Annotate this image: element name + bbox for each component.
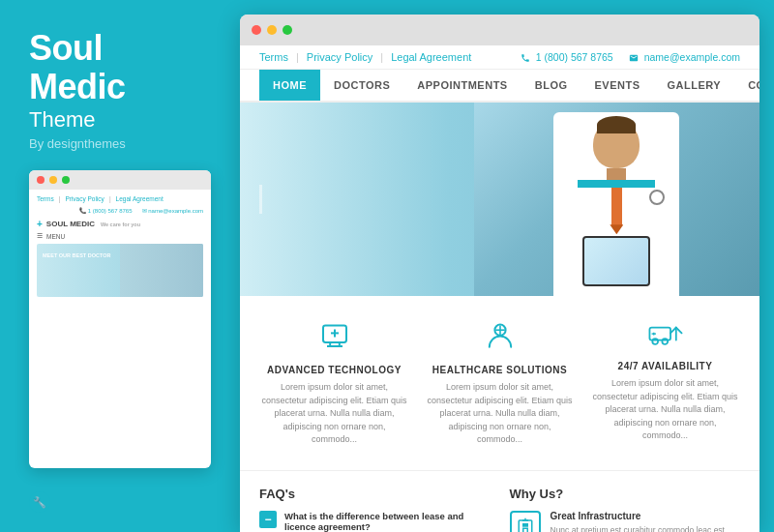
mini-logo: + SOUL MEDIC We care for you <box>37 219 203 229</box>
mini-phone: 📞 1 (800) 567 8765 <box>79 207 132 214</box>
feature-availability-text: Lorem ipsum dolor sit amet, consectetur … <box>590 377 740 443</box>
features-section: ADVANCED TECHNOLOGY Lorem ipsum dolor si… <box>240 296 759 471</box>
tablet-screen <box>584 238 648 284</box>
svg-rect-18 <box>522 528 527 532</box>
nav-contact[interactable]: CONTACT <box>734 70 759 101</box>
hero-divider <box>259 185 262 214</box>
tool-section: 🔧 <box>29 491 211 513</box>
mini-hero-text: MEET OUR BEST DOCTOR <box>43 251 111 259</box>
feature-healthcare-title: HEALTHCARE SOLUTIONS <box>425 365 575 375</box>
faq-section: FAQ's − What is the difference between l… <box>259 487 491 532</box>
feature-healthcare: HEALTHCARE SOLUTIONS Lorem ipsum dolor s… <box>425 319 575 447</box>
theme-subtitle: Theme <box>29 107 211 133</box>
browser-bar <box>240 15 759 45</box>
nav-doctors[interactable]: DOCTORS <box>320 70 403 101</box>
mini-browser-content: Terms | Privacy Policy | Legal Agreement… <box>29 190 211 303</box>
technology-icon <box>259 319 409 357</box>
why-item-text: Nunc at pretium est curabitur commodo le… <box>551 525 741 532</box>
mini-menu-bar: ☰ MENU <box>37 232 203 240</box>
nav-blog[interactable]: BLOG <box>521 70 581 101</box>
doctor-collar <box>578 180 655 188</box>
faq-question: What is the difference between lease and… <box>284 511 491 532</box>
doctor-tie <box>611 188 622 226</box>
dot-red[interactable] <box>252 25 261 35</box>
doctor-head <box>593 120 640 168</box>
mini-hero-image <box>120 244 203 297</box>
feature-technology-title: ADVANCED TECHNOLOGY <box>259 365 409 375</box>
mini-top-links: Terms | Privacy Policy | Legal Agreement <box>37 195 203 202</box>
wrench-icon[interactable]: 🔧 <box>29 491 50 513</box>
theme-title: Soul Medic <box>29 29 211 105</box>
mini-link-privacy[interactable]: Privacy Policy <box>65 195 104 202</box>
theme-title-block: Soul Medic Theme By designthemes <box>29 29 211 151</box>
dot-green[interactable] <box>283 25 292 35</box>
mini-browser-bar <box>29 170 211 190</box>
hamburger-icon[interactable]: ☰ <box>37 232 43 240</box>
dot-yellow[interactable] <box>267 25 277 35</box>
browser-content: Terms | Privacy Policy | Legal Agreement… <box>240 45 759 532</box>
mini-dot-red[interactable] <box>37 176 45 184</box>
faq-minus-icon[interactable]: − <box>259 511 277 528</box>
doctor-container <box>474 103 759 296</box>
main-browser: Terms | Privacy Policy | Legal Agreement… <box>240 15 759 532</box>
availability-icon <box>590 319 740 353</box>
tie-tip <box>610 224 623 234</box>
why-item: Great Infrastructure Nunc at pretium est… <box>510 511 741 532</box>
phone-number: 1 (800) 567 8765 <box>521 51 613 63</box>
nav-events[interactable]: EVENTS <box>581 70 654 101</box>
why-content: Great Infrastructure Nunc at pretium est… <box>551 511 741 532</box>
mini-link-legal[interactable]: Legal Agreement <box>116 195 164 202</box>
feature-technology: ADVANCED TECHNOLOGY Lorem ipsum dolor si… <box>259 319 409 447</box>
faq-title: FAQ's <box>259 487 491 501</box>
svg-rect-17 <box>525 523 527 525</box>
tablet <box>582 236 650 286</box>
feature-healthcare-text: Lorem ipsum dolor sit amet, consectetur … <box>425 381 575 447</box>
site-top-bar: Terms | Privacy Policy | Legal Agreement… <box>240 45 759 70</box>
why-building-icon <box>510 511 541 532</box>
link-terms[interactable]: Terms <box>259 51 288 63</box>
svg-rect-16 <box>522 523 524 525</box>
mini-contact: 📞 1 (800) 567 8765 ✉ name@example.com <box>37 207 203 214</box>
faq-content: What is the difference between lease and… <box>284 511 491 532</box>
doctor-coat <box>553 112 679 296</box>
site-top-contact: 1 (800) 567 8765 name@example.com <box>521 51 740 63</box>
feature-technology-text: Lorem ipsum dolor sit amet, consectetur … <box>259 381 409 447</box>
nav-appointments[interactable]: APPOINTMENTS <box>403 70 521 101</box>
mini-browser: Terms | Privacy Policy | Legal Agreement… <box>29 170 211 468</box>
mini-hero: MEET OUR BEST DOCTOR <box>37 244 203 297</box>
mini-dot-green[interactable] <box>62 176 70 184</box>
mini-dot-yellow[interactable] <box>49 176 57 184</box>
why-title: Why Us? <box>510 487 741 501</box>
link-privacy[interactable]: Privacy Policy <box>307 51 372 63</box>
why-section: Why Us? Great Infrastructure <box>510 487 741 532</box>
bottom-section: FAQ's − What is the difference between l… <box>240 471 759 532</box>
healthcare-icon <box>425 319 575 357</box>
hero-doctor-area <box>474 103 759 296</box>
theme-author: By designthemes <box>29 136 211 151</box>
faq-item: − What is the difference between lease a… <box>259 511 491 532</box>
site-navigation: HOME DOCTORS APPOINTMENTS BLOG EVENTS GA… <box>240 70 759 103</box>
feature-availability: 24/7 AVAILABILITY Lorem ipsum dolor sit … <box>590 319 740 447</box>
mini-link-terms[interactable]: Terms <box>37 195 54 202</box>
feature-availability-title: 24/7 AVAILABILITY <box>590 361 740 371</box>
hero-section <box>240 103 759 296</box>
doctor-neck <box>607 168 626 180</box>
site-top-links: Terms | Privacy Policy | Legal Agreement <box>259 51 471 63</box>
doctor-hair <box>597 116 636 133</box>
left-panel: Soul Medic Theme By designthemes Terms |… <box>0 0 240 532</box>
email-address: name@example.com <box>629 51 740 63</box>
why-item-title: Great Infrastructure <box>551 511 741 521</box>
link-legal[interactable]: Legal Agreement <box>391 51 471 63</box>
mini-email: ✉ name@example.com <box>142 207 203 214</box>
nav-home[interactable]: HOME <box>259 70 320 101</box>
svg-point-11 <box>662 339 668 344</box>
nav-gallery[interactable]: GALLERY <box>654 70 735 101</box>
svg-point-10 <box>652 339 658 344</box>
stethoscope-icon <box>649 190 665 205</box>
